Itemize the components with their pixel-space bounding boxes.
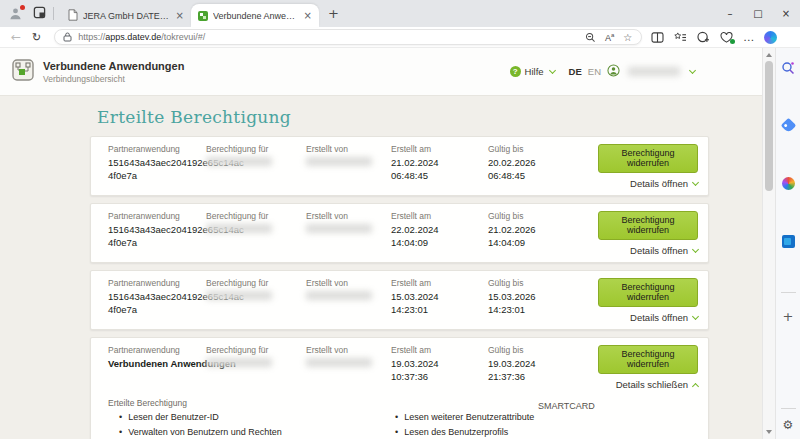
- redacted-permission-for: [206, 157, 272, 166]
- scroll-up-arrow[interactable]: [766, 53, 772, 57]
- app-subtitle: Verbindungsübersicht: [43, 74, 184, 84]
- sidebar-search-icon[interactable]: [781, 60, 796, 75]
- address-bar[interactable]: https://apps.datev.de/tokrevui/#/ Aa ☆: [54, 29, 642, 45]
- expanded-details: Erteilte Berechtigung Lesen der Benutzer…: [91, 396, 708, 439]
- column-label-partner: Partneranwendung: [108, 278, 206, 288]
- permission-item: Lesen der Benutzer-ID: [119, 412, 395, 424]
- tab-jera[interactable]: JERA GmbH DATEV Interface ×: [61, 4, 191, 27]
- sidebar-add-icon[interactable]: +: [781, 309, 796, 324]
- tab-close-icon[interactable]: ×: [304, 11, 312, 21]
- valid-date: 20.02.2026: [488, 156, 598, 169]
- redacted-created-by: [306, 224, 372, 233]
- revoke-permission-button[interactable]: Berechtigung widerrufen: [598, 144, 698, 173]
- details-toggle[interactable]: Details öffnen: [630, 312, 698, 323]
- profile-avatar-icon[interactable]: [8, 6, 24, 22]
- new-tab-button[interactable]: +: [328, 6, 339, 21]
- column-label-permission-for: Berechtigung für: [206, 345, 306, 355]
- created-date: 22.02.2024: [391, 223, 488, 236]
- document-icon: [68, 9, 78, 23]
- favorite-star-icon[interactable]: ☆: [623, 32, 632, 43]
- copilot-icon[interactable]: [764, 31, 777, 44]
- details-toggle[interactable]: Details schließen: [616, 379, 698, 390]
- chevron-down-icon[interactable]: [549, 66, 556, 73]
- valid-date: 15.03.2026: [488, 290, 598, 303]
- scrollbar-thumb[interactable]: [765, 61, 773, 191]
- valid-time: 21:37:36: [488, 370, 598, 383]
- created-time: 06:48:45: [391, 169, 488, 182]
- column-label-created-at: Erstellt am: [391, 211, 488, 221]
- tab-title: Verbundene Anwendungen: [213, 11, 299, 21]
- revoke-permission-button[interactable]: Berechtigung widerrufen: [598, 278, 698, 307]
- language-de[interactable]: DE: [569, 66, 582, 77]
- column-label-created-by: Erstellt von: [306, 144, 391, 154]
- valid-time: 14:23:01: [488, 303, 598, 316]
- column-label-created-by: Erstellt von: [306, 211, 391, 221]
- divider: [53, 7, 54, 20]
- valid-time: 06:48:45: [488, 169, 598, 182]
- created-date: 21.02.2024: [391, 156, 488, 169]
- permission-item: Lesen weiterer Benutzerattribute: [395, 412, 534, 424]
- url-text: https://apps.datev.de/tokrevui/#/: [78, 32, 205, 42]
- chevron-down-icon: [692, 178, 699, 185]
- revoke-permission-button[interactable]: Berechtigung widerrufen: [598, 345, 698, 374]
- column-label-valid-until: Gültig bis: [488, 345, 598, 355]
- tab-verbundene-anwendungen[interactable]: Verbundene Anwendungen ×: [191, 4, 319, 27]
- divider: [781, 292, 796, 293]
- permission-item: Verwalten von Benutzern und Rechten: [119, 427, 395, 439]
- redacted-permission-for: [206, 224, 272, 233]
- created-time: 10:37:36: [391, 370, 488, 383]
- permission-list: Partneranwendung 151643a43aec204192e65c1…: [90, 136, 709, 439]
- help-icon[interactable]: ?: [510, 66, 521, 77]
- minimize-button[interactable]: –: [716, 8, 744, 19]
- auth-type-badge: SMARTCARD: [538, 401, 595, 411]
- collections-icon[interactable]: [697, 31, 710, 43]
- column-label-permission-for: Berechtigung für: [206, 278, 306, 288]
- zoom-out-icon[interactable]: [585, 32, 596, 43]
- settings-overflow-icon[interactable]: …: [743, 31, 754, 44]
- maximize-button[interactable]: □: [744, 8, 772, 19]
- redacted-permission-for: [206, 291, 272, 300]
- window-controls: – □ ×: [716, 0, 800, 26]
- help-link[interactable]: Hilfe: [525, 66, 544, 77]
- details-toggle[interactable]: Details öffnen: [630, 178, 698, 189]
- column-label-created-by: Erstellt von: [306, 345, 391, 355]
- favorites-bar-icon[interactable]: [674, 32, 687, 43]
- workspaces-icon[interactable]: [33, 5, 46, 23]
- browser-essentials-icon[interactable]: [720, 32, 733, 43]
- read-aloud-icon[interactable]: Aa: [605, 32, 614, 43]
- column-label-permission-for: Berechtigung für: [206, 144, 306, 154]
- chevron-down-icon: [692, 312, 699, 319]
- column-label-created-at: Erstellt am: [391, 278, 488, 288]
- chevron-down-icon[interactable]: [689, 66, 696, 73]
- redacted-permission-for: [206, 358, 272, 367]
- app-logo-icon: [12, 59, 34, 85]
- language-en[interactable]: EN: [588, 66, 601, 77]
- details-toggle[interactable]: Details öffnen: [630, 245, 698, 256]
- notification-dot: [20, 5, 25, 10]
- column-label-created-by: Erstellt von: [306, 278, 391, 288]
- granted-permissions-label: Erteilte Berechtigung: [108, 398, 708, 408]
- sidebar-shopping-icon[interactable]: [781, 118, 796, 133]
- permission-card: Partneranwendung 151643a43aec204192e65c1…: [90, 136, 709, 196]
- column-label-valid-until: Gültig bis: [488, 144, 598, 154]
- datev-favicon: [198, 11, 208, 21]
- main-area: Erteilte Berechtigung Partneranwendung 1…: [0, 96, 762, 439]
- created-time: 14:23:01: [391, 303, 488, 316]
- vertical-scrollbar[interactable]: [762, 48, 775, 439]
- lock-icon[interactable]: [63, 32, 72, 42]
- refresh-button[interactable]: ↻: [32, 32, 41, 43]
- chevron-down-icon: [692, 245, 699, 252]
- tab-close-icon[interactable]: ×: [176, 11, 184, 21]
- page-title: Erteilte Berechtigung: [97, 107, 762, 127]
- sidebar-settings-icon[interactable]: ⚙: [783, 418, 794, 432]
- split-screen-icon[interactable]: [651, 32, 664, 43]
- column-label-created-at: Erstellt am: [391, 144, 488, 154]
- sidebar-games-icon[interactable]: [781, 176, 796, 191]
- sidebar-outlook-icon[interactable]: [781, 234, 796, 249]
- browser-toolbar: ← ↻ https://apps.datev.de/tokrevui/#/ Aa…: [0, 27, 800, 48]
- scroll-down-arrow[interactable]: [766, 430, 772, 434]
- back-button[interactable]: ←: [11, 31, 21, 43]
- revoke-permission-button[interactable]: Berechtigung widerrufen: [598, 211, 698, 240]
- close-window-button[interactable]: ×: [772, 8, 800, 19]
- user-icon[interactable]: [607, 64, 620, 79]
